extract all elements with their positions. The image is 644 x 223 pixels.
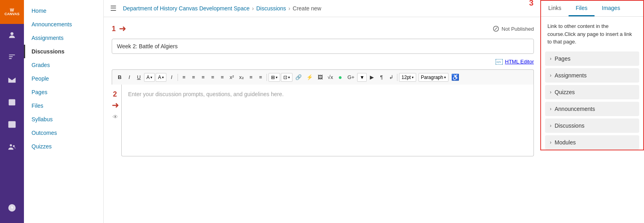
editor-toolbar: B I U A▾ A▾ I ≡ ≡ ≡ ≡ ≡ x² x₂ ≡ ≡ ⊞▾ ⊡▾ bbox=[112, 69, 534, 85]
embed-button[interactable]: ● bbox=[336, 73, 345, 82]
font-color-dropdown[interactable]: A▾ bbox=[144, 73, 155, 82]
link-announcements[interactable]: › Announcements bbox=[545, 102, 639, 116]
title-row: 1 ➜ Not Published bbox=[112, 24, 534, 34]
breadcrumb-course[interactable]: Department of History Canvas Development… bbox=[123, 5, 249, 12]
nav-home[interactable]: Home bbox=[24, 4, 103, 18]
link-modules[interactable]: › Modules bbox=[545, 135, 639, 150]
main-content: ☰ Department of History Canvas Developme… bbox=[104, 0, 540, 223]
topbar: ☰ Department of History Canvas Developme… bbox=[104, 0, 540, 17]
chevron-discussions: › bbox=[550, 123, 551, 128]
canvas-logo[interactable]: W CANVAS bbox=[0, 0, 24, 24]
nav-quizzes[interactable]: Quizzes bbox=[24, 140, 103, 153]
accessibility-button[interactable]: ♿ bbox=[449, 72, 461, 82]
svg-point-6 bbox=[12, 210, 12, 210]
nav-assignments[interactable]: Assignments bbox=[24, 31, 103, 45]
editor-container: B I U A▾ A▾ I ≡ ≡ ≡ ≡ ≡ x² x₂ ≡ ≡ ⊞▾ ⊡▾ bbox=[112, 69, 534, 156]
nav-people[interactable]: People bbox=[24, 72, 103, 85]
ltr-rtl-button[interactable]: ↲ bbox=[387, 73, 395, 81]
svg-line-8 bbox=[495, 28, 497, 30]
chevron-modules: › bbox=[550, 140, 551, 145]
superscript-button[interactable]: x² bbox=[227, 73, 236, 81]
svg-rect-2 bbox=[8, 121, 16, 128]
link-assignments[interactable]: › Assignments bbox=[545, 68, 639, 83]
tab-files[interactable]: Files bbox=[569, 1, 595, 16]
annotation-1: 1 bbox=[112, 25, 116, 33]
panel-tabs: Links Files Images bbox=[541, 1, 643, 17]
editor-area: 1 ➜ Not Published </> HTML Editor bbox=[104, 17, 540, 223]
link-discussions-label: Discussions bbox=[555, 122, 585, 129]
calendar-nav-item[interactable] bbox=[0, 91, 24, 113]
strikethrough-button[interactable]: I bbox=[167, 73, 176, 81]
editor-body[interactable]: Enter your discussion prompts, questions… bbox=[121, 85, 534, 156]
announcements-nav-item[interactable] bbox=[0, 46, 24, 69]
link-quizzes[interactable]: › Quizzes bbox=[545, 85, 639, 99]
breadcrumb-page: Create new bbox=[293, 5, 322, 12]
list-ul-button[interactable]: ≡ bbox=[247, 73, 255, 81]
image-button[interactable]: 🖼 bbox=[316, 73, 325, 81]
font-size-dropdown[interactable]: 12pt ▾ bbox=[399, 73, 416, 82]
account-nav-item[interactable] bbox=[0, 24, 24, 46]
courses-nav-item[interactable] bbox=[0, 113, 24, 136]
annotation-2: 2 bbox=[113, 90, 117, 99]
nav-outcomes[interactable]: Outcomes bbox=[24, 126, 103, 140]
paragraph-format-dropdown[interactable]: Paragraph ▾ bbox=[419, 73, 448, 82]
indent-button[interactable]: ≡ bbox=[218, 73, 227, 81]
svg-point-0 bbox=[10, 32, 13, 35]
italic-button[interactable]: I bbox=[125, 73, 134, 81]
align-center-button[interactable]: ≡ bbox=[189, 73, 198, 81]
html-editor-button[interactable]: HTML Editor bbox=[505, 59, 534, 65]
tab-images[interactable]: Images bbox=[595, 1, 627, 16]
panel-links-list: › Pages › Assignments › Quizzes › Announ… bbox=[541, 51, 643, 150]
inbox-nav-item[interactable] bbox=[0, 69, 24, 91]
link-discussions[interactable]: › Discussions bbox=[545, 118, 639, 133]
link-pages[interactable]: › Pages bbox=[545, 51, 639, 66]
align-left-button[interactable]: ≡ bbox=[180, 73, 188, 81]
breadcrumb: Department of History Canvas Development… bbox=[123, 5, 321, 12]
discussion-title-input[interactable] bbox=[112, 39, 534, 54]
underline-button[interactable]: U bbox=[134, 73, 143, 81]
tab-links[interactable]: Links bbox=[541, 1, 569, 16]
visibility-icon: 👁 bbox=[113, 114, 118, 120]
subscript-button[interactable]: x₂ bbox=[237, 73, 246, 81]
highlight-color-dropdown[interactable]: A▾ bbox=[156, 73, 166, 82]
global-nav: W CANVAS bbox=[0, 0, 24, 223]
link-button[interactable]: 🔗 bbox=[293, 73, 304, 81]
chevron-assignments: › bbox=[550, 73, 551, 78]
nav-announcements[interactable]: Announcements bbox=[24, 18, 103, 31]
right-panel: Links Files Images Link to other content… bbox=[540, 0, 644, 150]
list-ol-button[interactable]: ≡ bbox=[256, 73, 265, 81]
html-editor-row: </> HTML Editor bbox=[112, 59, 534, 65]
not-published-text: Not Published bbox=[502, 26, 534, 32]
hamburger-menu[interactable]: ☰ bbox=[110, 4, 117, 13]
external-tools-dropdown[interactable]: ▼ bbox=[357, 73, 367, 82]
link-modules-label: Modules bbox=[555, 139, 576, 146]
html-editor-icon: </> bbox=[496, 59, 503, 65]
bold-button[interactable]: B bbox=[115, 73, 124, 81]
not-published-status: Not Published bbox=[493, 26, 534, 32]
not-published-icon bbox=[493, 26, 499, 32]
equation-button[interactable]: √x bbox=[326, 73, 335, 81]
groups-nav-item[interactable] bbox=[0, 136, 24, 158]
svg-text:</>: </> bbox=[496, 60, 501, 64]
breadcrumb-section[interactable]: Discussions bbox=[256, 5, 286, 12]
nav-pages[interactable]: Pages bbox=[24, 85, 103, 99]
media-embed-dropdown[interactable]: ⊡▾ bbox=[281, 73, 292, 82]
unlink-button[interactable]: ⚡ bbox=[304, 73, 315, 81]
link-assignments-label: Assignments bbox=[555, 72, 587, 79]
googleapps-button[interactable]: G+ bbox=[346, 73, 357, 81]
table-dropdown[interactable]: ⊞▾ bbox=[269, 73, 280, 82]
course-nav: Home Announcements Assignments Discussio… bbox=[24, 0, 104, 223]
nav-discussions[interactable]: Discussions bbox=[24, 45, 103, 58]
editor-placeholder: Enter your discussion prompts, questions… bbox=[128, 91, 284, 97]
nav-syllabus[interactable]: Syllabus bbox=[24, 112, 103, 126]
paragraph-marks-button[interactable]: ¶ bbox=[377, 73, 386, 81]
align-right-button[interactable]: ≡ bbox=[199, 73, 207, 81]
align-justify-button[interactable]: ≡ bbox=[208, 73, 217, 81]
breadcrumb-sep1: › bbox=[252, 5, 254, 12]
nav-grades[interactable]: Grades bbox=[24, 58, 103, 72]
right-panel-wrapper: 3 Links Files Images Link to other conte… bbox=[540, 0, 644, 223]
help-nav-item[interactable] bbox=[0, 197, 24, 219]
nav-files[interactable]: Files bbox=[24, 99, 103, 112]
record-button[interactable]: ▶ bbox=[367, 73, 376, 81]
chevron-pages: › bbox=[550, 56, 551, 61]
